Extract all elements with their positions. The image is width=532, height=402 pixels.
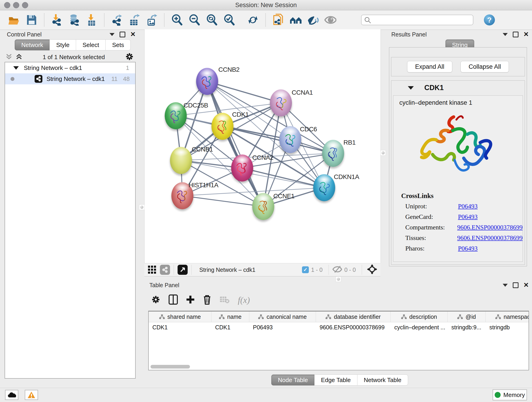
memory-button[interactable]: Memory	[493, 389, 527, 400]
share-document-icon[interactable]	[272, 14, 284, 26]
table-options-gear-icon[interactable]	[151, 295, 160, 305]
node-label-cdc25b: CDC25B	[184, 102, 208, 109]
table-toolbar: f(x)	[151, 291, 250, 309]
open-session-icon[interactable]	[8, 14, 20, 26]
close-panel-icon[interactable]: ✕	[524, 31, 529, 38]
close-panel-icon[interactable]: ✕	[524, 282, 529, 288]
column-header-description[interactable]: description	[391, 312, 448, 322]
search-input[interactable]	[361, 15, 473, 25]
float-panel-icon[interactable]	[513, 282, 519, 288]
network-edges-layer	[145, 29, 380, 263]
warning-status-button[interactable]	[25, 390, 38, 400]
hidden-eye-slash-icon[interactable]	[332, 265, 342, 274]
column-header-canonical-name[interactable]: canonical name	[249, 312, 316, 322]
birds-eye-view-icon[interactable]	[147, 265, 157, 275]
zoom-selected-icon[interactable]	[223, 14, 235, 26]
detach-view-icon[interactable]	[177, 265, 188, 275]
create-column-icon[interactable]	[186, 295, 195, 305]
table-row[interactable]: CDK1CDK1P064939606.ENSP00000378699cyclin…	[149, 322, 529, 332]
show-columns-icon[interactable]	[169, 294, 178, 306]
selected-nodes-checkbox-icon[interactable]: ✓	[302, 266, 309, 273]
collapse-panel-icon[interactable]	[109, 33, 114, 36]
network-node-ccnb1[interactable]	[170, 147, 192, 174]
memory-label: Memory	[503, 391, 525, 399]
collapse-all-networks-icon[interactable]	[16, 53, 22, 61]
table-cell: stringdb	[486, 322, 529, 332]
collapse-all-button[interactable]: Collapse All	[461, 61, 509, 72]
network-node-cdkn1a[interactable]	[313, 174, 335, 201]
right-splitter-handle[interactable]	[380, 150, 386, 156]
crosslink-link[interactable]: P06493	[458, 245, 478, 252]
import-table-file-icon[interactable]	[86, 14, 98, 26]
export-image-icon[interactable]	[146, 14, 158, 26]
network-node-cdk1[interactable]	[211, 113, 234, 140]
tab-node-table[interactable]: Node Table	[271, 375, 315, 385]
column-header-name[interactable]: name	[211, 312, 249, 322]
network-collection-row[interactable]: String Network – cdk1 1	[5, 62, 135, 73]
network-node-ccnb2[interactable]	[196, 68, 218, 95]
status-bar: Memory	[0, 388, 532, 402]
network-list-toolbar: 1 of 1 Network selected	[6, 52, 134, 62]
tab-edge-table[interactable]: Edge Table	[314, 375, 357, 385]
expand-all-networks-icon[interactable]	[6, 53, 12, 61]
network-options-gear-icon[interactable]	[125, 52, 134, 62]
close-panel-icon[interactable]: ✕	[130, 31, 136, 38]
zoom-out-icon[interactable]	[188, 14, 200, 26]
crosslink-link[interactable]: 9606.ENSP00000378699	[457, 224, 523, 231]
crosslink-link[interactable]: 9606.ENSP00000378699	[457, 234, 523, 242]
collapse-panel-icon[interactable]	[503, 284, 508, 287]
crosslinks-list: Uniprot:P06493GeneCard:P06493Compartment…	[393, 201, 523, 254]
tab-sets[interactable]: Sets	[105, 39, 131, 51]
collapse-panel-icon[interactable]	[503, 33, 508, 36]
expand-all-button[interactable]: Expand All	[407, 61, 452, 72]
disclosure-triangle-icon[interactable]	[13, 66, 19, 70]
network-row[interactable]: String Network – cdk1 11 48	[5, 73, 135, 84]
tab-style[interactable]: Style	[50, 39, 76, 51]
crosslink-link[interactable]: P06493	[458, 213, 478, 220]
save-session-icon[interactable]	[26, 14, 38, 26]
column-header-@id[interactable]: @id	[448, 312, 486, 322]
import-network-database-icon[interactable]	[68, 14, 80, 26]
tab-select[interactable]: Select	[76, 39, 106, 51]
network-node-cdc6[interactable]	[279, 126, 301, 153]
column-header-shared-name[interactable]: shared name	[149, 312, 211, 322]
protein-thumbnail	[175, 188, 190, 205]
table-horizontal-scrollbar[interactable]	[150, 364, 527, 369]
export-table-icon[interactable]	[128, 14, 140, 26]
export-network-icon[interactable]	[111, 14, 123, 26]
float-panel-icon[interactable]	[513, 32, 519, 37]
zoom-in-icon[interactable]	[171, 14, 183, 26]
float-panel-icon[interactable]	[120, 32, 125, 37]
bottom-splitter-handle[interactable]	[336, 276, 341, 282]
disclosure-triangle-icon[interactable]	[408, 86, 414, 89]
node-description: cyclin–dependent kinase 1	[399, 99, 523, 106]
protein-thumbnail	[317, 180, 331, 197]
network-canvas[interactable]: CCNB2CCNA1CDC25BCDK1CDC6RB1CCNB1CCNA2CDK…	[144, 29, 381, 263]
column-header-database-identifier[interactable]: database identifier	[316, 312, 391, 322]
delete-column-icon[interactable]	[203, 294, 211, 306]
network-overview-share-icon[interactable]	[160, 265, 170, 275]
node-label-ccna2: CCNA2	[252, 154, 273, 161]
cloud-status-button[interactable]	[5, 390, 18, 400]
left-splitter-handle[interactable]	[139, 204, 145, 210]
column-header-namespace[interactable]: namespace	[486, 312, 529, 322]
nested-networks-icon[interactable]	[290, 14, 302, 26]
network-node-rb1[interactable]	[322, 140, 344, 167]
hide-selected-icon[interactable]	[307, 14, 319, 26]
network-node-ccna1[interactable]	[270, 89, 292, 116]
network-node-ccne1[interactable]	[252, 193, 274, 220]
pan-crosshair-icon[interactable]	[367, 264, 377, 275]
help-icon[interactable]: ?	[484, 14, 495, 26]
zoom-fit-icon[interactable]	[206, 14, 218, 26]
tab-network[interactable]: Network	[15, 39, 50, 51]
network-node-ccna2[interactable]	[231, 154, 253, 182]
scrollbar-thumb[interactable]	[151, 365, 190, 369]
crosslink-link[interactable]: P06493	[458, 203, 478, 210]
main-toolbar: ?	[0, 10, 532, 30]
import-network-file-icon[interactable]	[51, 14, 63, 26]
show-all-icon[interactable]	[324, 14, 336, 26]
node-result-content: cyclin–dependent kinase 1	[393, 95, 523, 262]
tab-network-table[interactable]: Network Table	[357, 375, 408, 385]
refresh-icon[interactable]	[247, 14, 259, 26]
node-result-header[interactable]: CDK1	[391, 81, 525, 95]
